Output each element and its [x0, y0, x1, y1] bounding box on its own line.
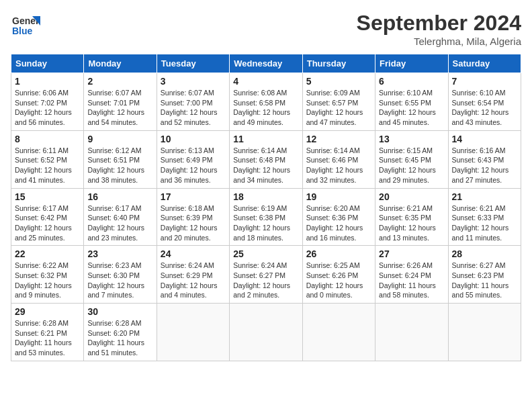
day-19: 19 Sunrise: 6:20 AMSunset: 6:36 PMDaylig… — [302, 188, 375, 246]
day-30: 30 Sunrise: 6:28 AMSunset: 6:20 PMDaylig… — [84, 304, 157, 361]
empty-cell-3 — [302, 304, 375, 361]
day-12: 12 Sunrise: 6:14 AMSunset: 6:46 PMDaylig… — [302, 130, 375, 188]
day-5: 5 Sunrise: 6:09 AMSunset: 6:57 PMDayligh… — [302, 73, 375, 131]
weekday-header-row: Sunday Monday Tuesday Wednesday Thursday… — [11, 54, 521, 73]
day-28: 28 Sunrise: 6:27 AMSunset: 6:23 PMDaylig… — [448, 246, 521, 304]
month-title: September 2024 — [357, 11, 521, 36]
empty-cell-1 — [157, 304, 229, 361]
svg-text:Blue: Blue — [12, 26, 33, 36]
calendar-table: Sunday Monday Tuesday Wednesday Thursday… — [11, 54, 521, 361]
week-row-1: 1 Sunrise: 6:06 AMSunset: 7:02 PMDayligh… — [11, 73, 521, 131]
day-29: 29 Sunrise: 6:28 AMSunset: 6:21 PMDaylig… — [11, 304, 84, 361]
day-3: 3 Sunrise: 6:07 AMSunset: 7:00 PMDayligh… — [157, 73, 229, 131]
header-sunday: Sunday — [11, 54, 84, 73]
day-10: 10 Sunrise: 6:13 AMSunset: 6:49 PMDaylig… — [157, 130, 229, 188]
header-friday: Friday — [375, 54, 448, 73]
day-17: 17 Sunrise: 6:18 AMSunset: 6:39 PMDaylig… — [157, 188, 229, 246]
day-16: 16 Sunrise: 6:17 AMSunset: 6:40 PMDaylig… — [84, 188, 157, 246]
header-wednesday: Wednesday — [230, 54, 302, 73]
day-11: 11 Sunrise: 6:14 AMSunset: 6:48 PMDaylig… — [230, 130, 302, 188]
day-22: 22 Sunrise: 6:22 AMSunset: 6:32 PMDaylig… — [11, 246, 84, 304]
page-header: General Blue September 2024 Telerghma, M… — [11, 11, 521, 47]
day-18: 18 Sunrise: 6:19 AMSunset: 6:38 PMDaylig… — [230, 188, 302, 246]
day-21: 21 Sunrise: 6:21 AMSunset: 6:33 PMDaylig… — [448, 188, 521, 246]
day-2: 2 Sunrise: 6:07 AMSunset: 7:01 PMDayligh… — [84, 73, 157, 131]
week-row-4: 22 Sunrise: 6:22 AMSunset: 6:32 PMDaylig… — [11, 246, 521, 304]
day-8: 8 Sunrise: 6:11 AMSunset: 6:52 PMDayligh… — [11, 130, 84, 188]
logo-icon: General Blue — [11, 11, 40, 40]
week-row-3: 15 Sunrise: 6:17 AMSunset: 6:42 PMDaylig… — [11, 188, 521, 246]
day-26: 26 Sunrise: 6:25 AMSunset: 6:26 PMDaylig… — [302, 246, 375, 304]
header-thursday: Thursday — [302, 54, 375, 73]
day-20: 20 Sunrise: 6:21 AMSunset: 6:35 PMDaylig… — [375, 188, 448, 246]
header-saturday: Saturday — [448, 54, 521, 73]
title-area: September 2024 Telerghma, Mila, Algeria — [357, 11, 521, 47]
empty-cell-5 — [448, 304, 521, 361]
header-monday: Monday — [84, 54, 157, 73]
empty-cell-4 — [375, 304, 448, 361]
week-row-5: 29 Sunrise: 6:28 AMSunset: 6:21 PMDaylig… — [11, 304, 521, 361]
day-27: 27 Sunrise: 6:26 AMSunset: 6:24 PMDaylig… — [375, 246, 448, 304]
day-13: 13 Sunrise: 6:15 AMSunset: 6:45 PMDaylig… — [375, 130, 448, 188]
day-4: 4 Sunrise: 6:08 AMSunset: 6:58 PMDayligh… — [230, 73, 302, 131]
day-14: 14 Sunrise: 6:16 AMSunset: 6:43 PMDaylig… — [448, 130, 521, 188]
location-title: Telerghma, Mila, Algeria — [357, 36, 521, 47]
week-row-2: 8 Sunrise: 6:11 AMSunset: 6:52 PMDayligh… — [11, 130, 521, 188]
day-6: 6 Sunrise: 6:10 AMSunset: 6:55 PMDayligh… — [375, 73, 448, 131]
day-25: 25 Sunrise: 6:24 AMSunset: 6:27 PMDaylig… — [230, 246, 302, 304]
day-7: 7 Sunrise: 6:10 AMSunset: 6:54 PMDayligh… — [448, 73, 521, 131]
empty-cell-2 — [230, 304, 302, 361]
logo: General Blue — [11, 11, 40, 40]
day-24: 24 Sunrise: 6:24 AMSunset: 6:29 PMDaylig… — [157, 246, 229, 304]
header-tuesday: Tuesday — [157, 54, 229, 73]
day-9: 9 Sunrise: 6:12 AMSunset: 6:51 PMDayligh… — [84, 130, 157, 188]
day-15: 15 Sunrise: 6:17 AMSunset: 6:42 PMDaylig… — [11, 188, 84, 246]
day-1: 1 Sunrise: 6:06 AMSunset: 7:02 PMDayligh… — [11, 73, 84, 131]
day-23: 23 Sunrise: 6:23 AMSunset: 6:30 PMDaylig… — [84, 246, 157, 304]
